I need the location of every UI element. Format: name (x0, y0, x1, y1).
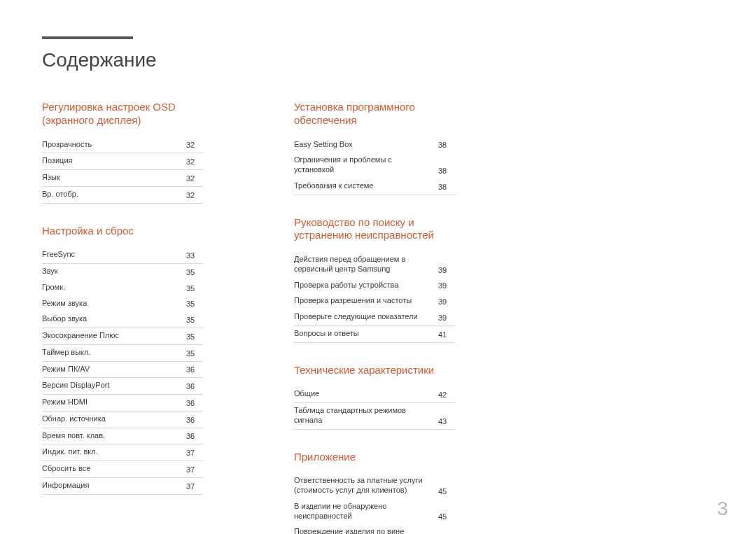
toc-entry-label: Вопросы и ответы (294, 329, 438, 339)
toc-entry-page: 32 (186, 174, 203, 183)
toc-entry-page: 36 (186, 399, 203, 407)
toc-entry[interactable]: Проверка разрешения и частоты39 (294, 293, 455, 309)
toc-entry[interactable]: Информация37 (42, 478, 203, 495)
toc-entry-page: 33 (186, 251, 203, 260)
page: Содержание Регулировка настроек OSD (экр… (0, 0, 756, 534)
toc-entry-label: Easy Setting Box (294, 140, 438, 150)
toc-entry-page: 39 (438, 266, 455, 274)
toc-entry[interactable]: Требования к системе38 (294, 178, 455, 195)
toc-entry-page: 35 (186, 268, 203, 276)
toc-entry[interactable]: Режим ПК/AV36 (42, 362, 203, 379)
toc-entry-page: 35 (186, 300, 203, 308)
toc-entry-page: 32 (186, 141, 203, 149)
toc-entry-label: FreeSync (42, 250, 186, 260)
toc-entry-label: Режим ПК/AV (42, 365, 186, 374)
toc-entry-page: 39 (438, 314, 455, 322)
toc-section-title[interactable]: Приложение (294, 451, 455, 464)
toc-entry[interactable]: Действия перед обращением в сервисный це… (294, 252, 455, 278)
toc-entry-label: Общие (294, 389, 438, 399)
toc-section: Настройка и сбросFreeSync33Звук35Громк.3… (42, 225, 203, 495)
toc-entry-page: 39 (438, 297, 455, 306)
toc-entry[interactable]: В изделии не обнаружено неисправностей45 (294, 499, 455, 525)
toc-entry[interactable]: Вр. отобр.32 (42, 187, 203, 204)
toc-entry[interactable]: Таймер выкл.35 (42, 345, 203, 362)
toc-entry-label: Версия DisplayPort (42, 381, 186, 391)
toc-section-title[interactable]: Регулировка настроек OSD (экранного дисп… (42, 101, 203, 127)
toc-entry[interactable]: FreeSync33 (42, 247, 203, 264)
toc-entry-page: 42 (438, 391, 455, 399)
toc-entry-label: Режим звука (42, 299, 186, 309)
toc-entry[interactable]: Сбросить все37 (42, 461, 203, 478)
toc-entry-label: Вр. отобр. (42, 190, 186, 199)
toc-entry-label: Повреждение изделия по вине клиента (294, 527, 438, 534)
toc-entry-label: Позиция (42, 156, 186, 166)
toc-entry-label: Таймер выкл. (42, 348, 186, 358)
toc-section: Технические характеристикиОбщие42Таблица… (294, 364, 455, 430)
toc-entry-label: Ограничения и проблемы с установкой (294, 155, 438, 175)
toc-section-title[interactable]: Руководство по поиску и устранению неисп… (294, 216, 455, 243)
toc-section-title[interactable]: Установка программного обеспечения (294, 101, 455, 127)
toc-entry[interactable]: Экосохранение Плюс35 (42, 328, 203, 345)
toc-entry-page: 37 (186, 465, 203, 474)
toc-column-right: Установка программного обеспеченияEasy S… (294, 101, 455, 534)
toc-entry-page: 38 (438, 167, 455, 175)
toc-section: Руководство по поиску и устранению неисп… (294, 216, 455, 343)
toc-entry[interactable]: Индик. пит. вкл.37 (42, 444, 203, 461)
toc-section-title[interactable]: Технические характеристики (294, 364, 455, 377)
toc-entry[interactable]: Вопросы и ответы41 (294, 326, 455, 343)
toc-entry-page: 36 (186, 365, 203, 374)
page-title: Содержание (42, 49, 714, 71)
toc-entry-label: Режим HDMI (42, 398, 186, 407)
toc-entry-label: Таблица стандартных режимов сигнала (294, 406, 438, 426)
toc-entry[interactable]: Режим звука35 (42, 296, 203, 312)
toc-entry[interactable]: Позиция32 (42, 153, 203, 170)
toc-entry-label: Громк. (42, 283, 186, 293)
toc-entry-label: Действия перед обращением в сервисный це… (294, 255, 438, 274)
toc-entry[interactable]: Проверьте следующие показатели39 (294, 309, 455, 326)
toc-entry[interactable]: Обнар. источника36 (42, 412, 203, 428)
toc-section-title[interactable]: Настройка и сброс (42, 225, 203, 238)
toc-entry-page: 35 (186, 284, 203, 293)
toc-entry-label: Прозрачность (42, 140, 186, 150)
toc-entry-label: Выбор звука (42, 314, 186, 324)
toc-entry[interactable]: Время повт. клав.36 (42, 428, 203, 445)
toc-entry[interactable]: Выбор звука35 (42, 311, 203, 328)
toc-entry-page: 43 (438, 417, 455, 426)
toc-entry-page: 45 (438, 487, 455, 496)
toc-entry-page: 37 (186, 482, 203, 491)
toc-entry-page: 35 (186, 332, 203, 341)
toc-entry[interactable]: Прозрачность32 (42, 137, 203, 154)
toc-entry[interactable]: Звук35 (42, 264, 203, 280)
toc-entry[interactable]: Таблица стандартных режимов сигнала43 (294, 403, 455, 430)
toc-entry-label: Время повт. клав. (42, 431, 186, 441)
toc-entry-page: 38 (438, 141, 455, 149)
toc-entry[interactable]: Язык32 (42, 170, 203, 187)
toc-entry[interactable]: Громк.35 (42, 280, 203, 296)
toc-entry[interactable]: Проверка работы устройства39 (294, 278, 455, 294)
toc-entry[interactable]: Версия DisplayPort36 (42, 378, 203, 395)
toc-entry-page: 38 (438, 183, 455, 191)
toc-entry-label: В изделии не обнаружено неисправностей (294, 502, 438, 521)
toc-entry-page: 39 (438, 281, 455, 290)
toc-entry-label: Проверьте следующие показатели (294, 312, 438, 322)
toc-entry-page: 32 (186, 191, 203, 199)
toc-section: Регулировка настроек OSD (экранного дисп… (42, 101, 203, 204)
title-rule (42, 36, 133, 39)
toc-entry[interactable]: Режим HDMI36 (42, 395, 203, 412)
toc-entry-label: Сбросить все (42, 464, 186, 474)
toc-entry[interactable]: Общие42 (294, 386, 455, 403)
toc-entry-label: Ответственность за платные услуги (стоим… (294, 476, 438, 496)
toc-entry-label: Язык (42, 173, 186, 183)
toc-entry-page: 36 (186, 432, 203, 440)
toc-entry-page: 36 (186, 382, 203, 391)
toc-entry-label: Обнар. источника (42, 414, 186, 424)
toc-entry-label: Экосохранение Плюс (42, 331, 186, 341)
toc-columns: Регулировка настроек OSD (экранного дисп… (42, 101, 714, 534)
toc-entry-page: 35 (186, 349, 203, 358)
toc-entry[interactable]: Ответственность за платные услуги (стоим… (294, 473, 455, 499)
toc-entry[interactable]: Повреждение изделия по вине клиента45 (294, 524, 455, 534)
toc-entry[interactable]: Easy Setting Box38 (294, 137, 455, 153)
toc-entry-label: Требования к системе (294, 181, 438, 191)
toc-entry[interactable]: Ограничения и проблемы с установкой38 (294, 153, 455, 178)
toc-entry-page: 32 (186, 157, 203, 166)
